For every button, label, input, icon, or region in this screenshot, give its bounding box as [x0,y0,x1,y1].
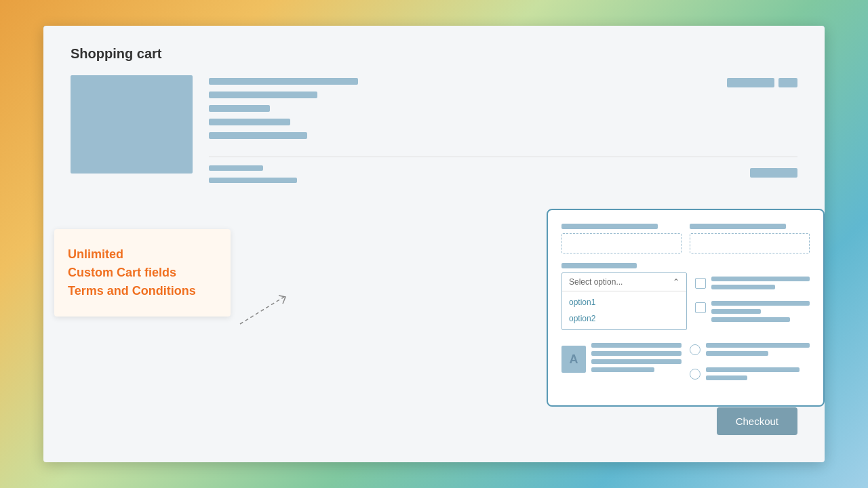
ta-line-3 [591,359,682,364]
select-option-1[interactable]: option1 [562,294,686,310]
price-value [727,78,774,87]
checkbox-2[interactable] [695,302,706,313]
radio-1[interactable] [690,344,701,355]
total-left [209,165,297,190]
cb-line-2c [711,317,790,322]
price-area [209,78,797,146]
cb-line-2a [711,301,810,306]
ta-line-1 [591,343,682,348]
checkout-button[interactable]: Checkout [717,407,797,435]
textarea-mock: A [561,343,682,375]
main-card: Shopping cart [43,26,825,462]
rb-line-1a [706,343,810,348]
select-placeholder: Select option... [569,277,623,287]
callout-text: Unlimited Custom Cart fields Terms and C… [68,245,217,300]
page-title: Shopping cart [71,46,797,62]
select-header[interactable]: Select option... ⌃ [562,273,686,291]
select-label-bar [561,263,637,268]
radio-group [690,343,810,392]
checkbox-item-2 [695,301,810,325]
callout-box: Unlimited Custom Cart fields Terms and C… [54,229,231,317]
text-inputs-row [561,224,810,253]
price-unit [778,78,797,87]
field-group-1 [561,224,682,253]
field-label-1 [561,224,658,229]
textarea-lines [591,343,682,375]
select-dropdown: option1 option2 [562,291,686,329]
callout-line1: Unlimited [68,245,217,264]
field-label-2 [690,224,786,229]
svg-line-0 [240,297,284,324]
cb-line-1a [711,277,810,281]
ta-line-2 [591,351,682,356]
checkbox-label-1 [711,277,810,293]
info-line-1 [209,78,358,85]
text-format-icon: A [561,346,586,373]
callout-line2: Custom Cart fields [68,264,217,282]
text-input-2[interactable] [690,233,810,253]
checkbox-group [695,263,810,333]
arrow-icon [237,290,304,331]
total-value [750,168,797,178]
select-container[interactable]: Select option... ⌃ option1 option2 [561,272,687,330]
checkbox-item-1 [695,277,810,293]
checkbox-1[interactable] [695,278,706,289]
info-lines-left [209,78,358,146]
field-group-2 [690,224,810,253]
radio-item-1 [690,343,810,359]
rb-line-2b [706,375,747,380]
radio-item-2 [690,367,810,384]
product-image [71,75,193,174]
divider-area [209,157,797,190]
text-input-1[interactable] [561,233,682,253]
cb-line-2b [711,309,760,314]
total-label [209,165,263,171]
ta-line-4 [591,367,654,372]
cb-line-1b [711,285,775,289]
textarea-group: A [561,343,682,392]
select-option-2[interactable]: option2 [562,310,686,327]
rb-line-2a [706,367,800,372]
select-checkbox-row: Select option... ⌃ option1 option2 [561,263,810,333]
checkbox-label-2 [711,301,810,325]
info-line-4 [209,119,290,125]
info-line-3 [209,105,270,112]
rb-line-1b [706,351,768,356]
callout-line3: Terms and Conditions [68,282,217,300]
radio-label-1 [706,343,810,359]
info-line-5 [209,132,307,139]
content-area [71,75,797,190]
chevron-up-icon: ⌃ [673,277,679,287]
price-badge [727,78,797,87]
select-group: Select option... ⌃ option1 option2 [561,263,687,333]
radio-2[interactable] [690,369,701,380]
radio-label-2 [706,367,810,384]
info-line-2 [209,92,317,98]
textarea-radio-row: A [561,343,810,392]
product-info [209,75,797,190]
total-sub [209,178,297,183]
fields-panel: Select option... ⌃ option1 option2 [547,209,825,407]
